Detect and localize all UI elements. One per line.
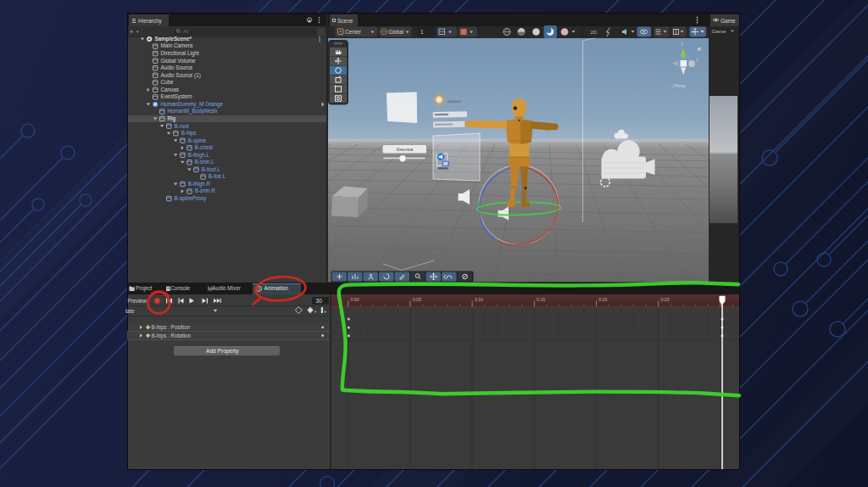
- svg-text:‹ Persp: ‹ Persp: [671, 83, 686, 88]
- svg-text:1: 1: [420, 29, 424, 35]
- svg-text:Кнопка: Кнопка: [397, 147, 414, 152]
- svg-text:+: +: [324, 309, 326, 314]
- svg-text:2D: 2D: [591, 30, 598, 35]
- svg-text:Global: Global: [388, 29, 403, 35]
- svg-text:y: y: [682, 41, 684, 46]
- svg-text:Center: Center: [345, 29, 361, 35]
- svg-text:+: +: [314, 309, 317, 314]
- svg-text:x: x: [697, 58, 699, 62]
